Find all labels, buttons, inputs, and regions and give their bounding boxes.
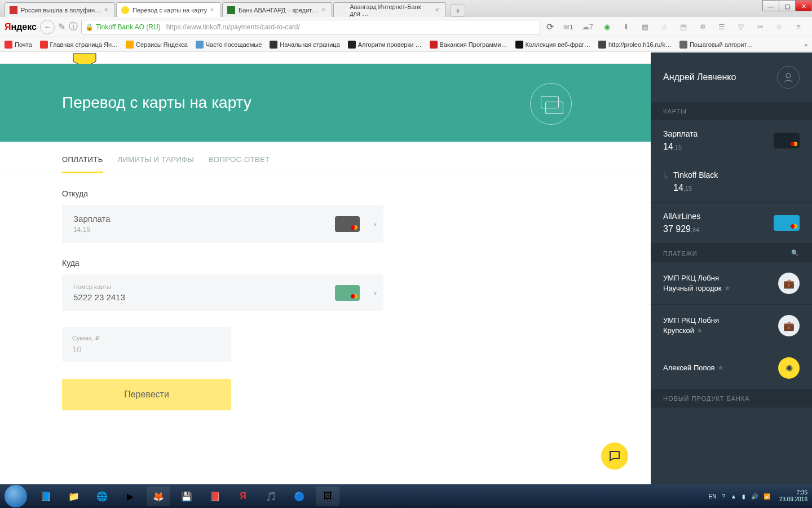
briefcase-icon: 💼 (778, 273, 800, 294)
taskbar-app[interactable]: Я (231, 487, 255, 506)
search-icon[interactable]: 🔍 (791, 249, 800, 257)
taskbar-app[interactable]: 💾 (175, 487, 198, 506)
tray-clock[interactable]: 7:3523.09.2016 (779, 489, 807, 503)
grid-icon[interactable]: ▦ (639, 21, 651, 33)
star-icon: ★ (717, 364, 724, 372)
bookmark[interactable]: Часто посещаемые (196, 41, 262, 49)
downloads-icon[interactable]: ⬇ (620, 21, 632, 33)
back-button[interactable]: ← (40, 20, 55, 34)
transfer-button[interactable]: Перевести (62, 379, 231, 410)
reload-button[interactable]: ⟳ (544, 21, 556, 32)
bookmark[interactable]: Сервисы Яндекса (126, 41, 188, 49)
card-balance: 14,15 (673, 183, 718, 193)
bookmark[interactable]: Коллекция веб-фраг… (515, 41, 590, 49)
browser-tabs-bar: Россия вышла в полуфин… × Перевод с карт… (0, 0, 812, 17)
pocket-icon[interactable]: ▽ (735, 21, 747, 33)
sidebar-payment-item[interactable]: Алексей Попов★ ✺ (651, 347, 812, 389)
card-thumbnail (335, 285, 360, 301)
bookmark[interactable]: Почта (5, 41, 32, 49)
window-minimize[interactable]: — (762, 0, 779, 11)
card-balance: 14,15 (663, 142, 698, 152)
shield-icon[interactable]: ◉ (601, 21, 612, 33)
wand-icon[interactable]: ✎ (58, 21, 65, 32)
tab-title: Банк АВАНГАРД – кредит… (239, 7, 318, 14)
amount-input[interactable]: Сумма, ₽ 10 (62, 327, 231, 362)
taskbar-app[interactable]: 📁 (62, 487, 86, 506)
tab-favicon (121, 6, 129, 14)
close-icon[interactable]: × (321, 6, 328, 13)
to-label: Куда (62, 259, 589, 268)
windows-taskbar: 📘 📁 🌐 ▶ 🦊 💾 📕 Я 🎵 🔵 🖼 EN ? ▲ ▮ 🔊 📶 7:352… (0, 484, 812, 508)
page-title: Перевод с карты на карту (62, 94, 251, 112)
taskbar-app[interactable]: ▶ (118, 487, 142, 506)
url-field[interactable]: 🔒 Tinkoff Bank AO (RU) https://www.tinko… (81, 20, 540, 34)
bookmark[interactable]: http://proleo.h16.ru/k… (598, 41, 672, 49)
browser-tab[interactable]: Россия вышла в полуфин… × (5, 2, 115, 17)
sidebar-card-item[interactable]: Tinkoff Black 14,15 (651, 161, 812, 203)
start-button[interactable] (5, 485, 27, 507)
taskbar-app[interactable]: 🌐 (90, 487, 114, 506)
amount-value: 10 (72, 344, 221, 354)
taskbar-chrome[interactable]: 🔵 (288, 487, 311, 506)
to-card-input[interactable]: Номер карты 5222 23 2413 ▾ (62, 274, 383, 311)
tray-battery-icon[interactable]: ▮ (742, 493, 745, 500)
sidebar-user[interactable]: Андрей Левченко (651, 52, 812, 102)
save-icon[interactable]: ▤ (678, 21, 689, 33)
user-name: Андрей Левченко (663, 72, 736, 82)
bookmark[interactable]: Главная страница Ян… (40, 41, 118, 49)
bookmarks-overflow[interactable]: » (804, 41, 807, 48)
gear-icon[interactable]: ✲ (697, 21, 708, 33)
tab-title: Россия вышла в полуфин… (21, 7, 101, 14)
menu-icon[interactable]: ≡ (793, 21, 804, 33)
info-icon[interactable]: ⓘ (69, 21, 78, 33)
taskbar-app[interactable]: 📕 (203, 487, 227, 506)
tray-network-icon[interactable]: 📶 (764, 493, 770, 500)
address-bar: Яндекс ← ✎ ⓘ 🔒 Tinkoff Bank AO (RU) http… (0, 17, 812, 37)
close-icon[interactable]: × (435, 6, 442, 13)
subtab-limits[interactable]: ЛИМИТЫ И ТАРИФЫ (118, 155, 195, 173)
list-icon[interactable]: ☰ (716, 21, 727, 33)
browser-tab[interactable]: Авангард Интернет-Банк для … × (333, 2, 446, 17)
star-icon[interactable]: ☆ (774, 21, 785, 33)
home-icon[interactable]: ⌂ (659, 21, 670, 33)
taskbar-app[interactable]: 🎵 (259, 487, 283, 506)
new-tab-button[interactable]: + (451, 5, 465, 17)
subtab-faq[interactable]: ВОПРОС-ОТВЕТ (209, 155, 270, 173)
weather-icon[interactable]: ☁7 (582, 21, 593, 33)
sidebar-payment-item[interactable]: УМП РКЦ ЛобняНаучный городок★ 💼 (651, 262, 812, 305)
close-icon[interactable]: × (210, 6, 217, 13)
mail-icon[interactable]: ✉1 (563, 21, 574, 33)
bookmark[interactable]: Вакансия Программи… (430, 41, 508, 49)
tray-flag-up-icon[interactable]: ▲ (731, 493, 736, 500)
card-chip-icon (774, 133, 800, 148)
browser-tab[interactable]: Банк АВАНГАРД – кредит… × (222, 2, 332, 17)
sidebar-payment-item[interactable]: УМП РКЦ ЛобняКрупской★ 💼 (651, 305, 812, 347)
account-sidebar: Андрей Левченко КАРТЫ Зарплата 14,15 Tin… (651, 52, 812, 484)
tray-volume-icon[interactable]: 🔊 (751, 493, 758, 500)
bookmark[interactable]: Алгоритм проверки … (348, 41, 422, 49)
close-icon[interactable]: × (104, 6, 111, 13)
from-account-select[interactable]: Зарплата 14,15 ▾ (62, 205, 383, 243)
tray-help-icon[interactable]: ? (722, 493, 725, 500)
sidebar-card-item[interactable]: AllAirLines 37 929,84 (651, 203, 812, 244)
subtab-pay[interactable]: ОПЛАТИТЬ (62, 155, 103, 173)
taskbar-app[interactable]: 🖼 (316, 487, 339, 506)
sidebar-card-item[interactable]: Зарплата 14,15 (651, 120, 812, 161)
scissors-icon[interactable]: ✂ (754, 21, 766, 33)
chat-button[interactable] (601, 443, 628, 470)
system-tray: EN ? ▲ ▮ 🔊 📶 7:3523.09.2016 (709, 489, 807, 503)
window-close[interactable]: ✕ (795, 0, 812, 11)
browser-tab[interactable]: Перевод с карты на карту × (116, 2, 221, 17)
tray-lang[interactable]: EN (709, 493, 717, 500)
bookmark[interactable]: Начальная страница (270, 41, 339, 49)
window-maximize[interactable]: ▢ (779, 0, 796, 11)
taskbar-app[interactable]: 📘 (34, 487, 58, 506)
sidebar-cards-header: КАРТЫ (651, 102, 812, 120)
hero-banner: Перевод с карты на карту (0, 64, 651, 142)
page-content: Перевод с карты на карту ОПЛАТИТЬ ЛИМИТЫ… (0, 52, 651, 484)
chat-icon (608, 449, 621, 463)
transfer-form: Откуда Зарплата 14,15 ▾ Куда Номер карты… (0, 173, 651, 426)
yandex-search-logo[interactable]: Яндекс (5, 22, 37, 32)
bookmark[interactable]: Пошаговый алгорит… (679, 41, 753, 49)
taskbar-firefox[interactable]: 🦊 (147, 487, 170, 506)
